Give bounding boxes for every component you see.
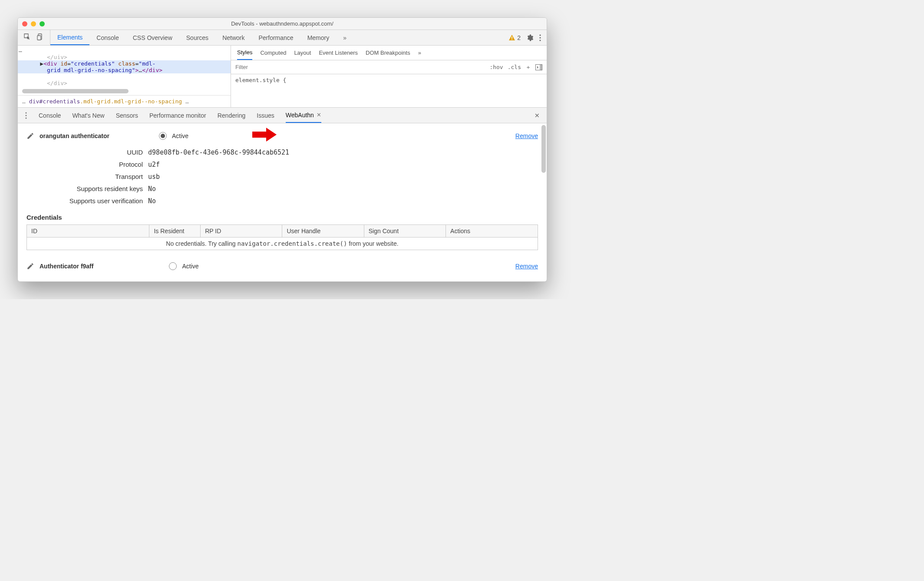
close-tab-icon[interactable]: ✕ (317, 112, 321, 118)
tab-sources[interactable]: Sources (179, 30, 215, 45)
drawer-tab-sensors[interactable]: Sensors (116, 112, 138, 119)
edit-name-icon[interactable] (26, 262, 34, 270)
breadcrumb-left-ellipsis[interactable]: … (22, 98, 26, 105)
drawer-tab-webauthn[interactable]: WebAuthn ✕ (286, 108, 321, 123)
drawer-close-icon[interactable]: ✕ (535, 112, 540, 119)
svg-rect-1 (37, 36, 41, 40)
styles-tab-dom-breakpoints[interactable]: DOM Breakpoints (366, 50, 410, 56)
col-isresident[interactable]: Is Resident (149, 225, 201, 238)
remove-authenticator-link[interactable]: Remove (515, 263, 538, 270)
dom-ellipsis-icon[interactable]: ⋯ (19, 48, 22, 55)
webauthn-panel: orangutan authenticator Active Remove UU… (18, 123, 547, 281)
devtools-window: DevTools - webauthndemo.appspot.com/ Ele… (17, 17, 547, 282)
warnings-badge[interactable]: 2 (508, 34, 521, 41)
srk-value: No (148, 185, 538, 193)
dom-breadcrumb[interactable]: … div#credentials.mdl-grid.mdl-grid--no-… (18, 95, 231, 107)
svg-point-9 (26, 112, 27, 113)
protocol-value: u2f (148, 161, 538, 168)
svg-point-10 (26, 115, 27, 116)
drawer-tab-whatsnew[interactable]: What's New (72, 112, 104, 119)
authenticator-name: orangutan authenticator (40, 132, 109, 139)
remove-authenticator-link[interactable]: Remove (515, 132, 538, 139)
drawer-tab-issues[interactable]: Issues (257, 112, 274, 119)
inspect-icon[interactable] (24, 33, 31, 42)
styles-tab-layout[interactable]: Layout (294, 50, 311, 56)
breadcrumb-right-ellipsis[interactable]: … (185, 98, 189, 105)
dom-hscrollbar[interactable] (22, 89, 129, 93)
drawer-tab-performance-monitor[interactable]: Performance monitor (149, 112, 206, 119)
active-radio[interactable] (169, 262, 177, 270)
edit-name-icon[interactable] (26, 132, 34, 140)
uuid-value: d98e08fb-0efc-43e6-968c-99844cab6521 (148, 149, 538, 156)
device-toggle-icon[interactable] (37, 33, 44, 42)
active-label: Active (182, 263, 198, 270)
svg-point-5 (539, 37, 541, 38)
drawer-tab-rendering[interactable]: Rendering (218, 112, 246, 119)
svg-point-4 (539, 34, 541, 36)
srk-label: Supports resident keys (26, 185, 148, 193)
cls-toggle[interactable]: .cls (508, 64, 521, 70)
drawer-tabs: Console What's New Sensors Performance m… (18, 108, 547, 123)
tab-memory[interactable]: Memory (300, 30, 337, 45)
col-actions[interactable]: Actions (446, 225, 538, 238)
active-label: Active (172, 132, 188, 139)
authenticator-row: orangutan authenticator Active Remove (26, 129, 538, 142)
col-signcount[interactable]: Sign Count (364, 225, 446, 238)
suv-value: No (148, 197, 538, 205)
col-rpid[interactable]: RP ID (201, 225, 282, 238)
styles-tabs-overflow-icon[interactable]: » (418, 50, 421, 56)
styles-filter-input[interactable] (231, 64, 489, 70)
annotation-arrow-icon (252, 126, 277, 143)
svg-point-6 (539, 40, 541, 41)
toggle-sidebar-icon[interactable] (535, 64, 542, 70)
tab-performance[interactable]: Performance (251, 30, 300, 45)
authenticator-fields: UUID d98e08fb-0efc-43e6-968c-99844cab652… (26, 149, 538, 205)
drawer-more-icon[interactable] (25, 112, 27, 119)
tabs-overflow-icon[interactable]: » (336, 30, 353, 45)
authenticator-name: Authenticator f9aff (40, 263, 93, 270)
dom-tree-panel[interactable]: ⋯ </uiv> ▶<div id="credentials" class="m… (18, 46, 231, 107)
transport-value: usb (148, 173, 538, 181)
tab-css-overview[interactable]: CSS Overview (126, 30, 179, 45)
settings-gear-icon[interactable] (526, 34, 534, 42)
tab-console[interactable]: Console (89, 30, 125, 45)
tab-elements[interactable]: Elements (50, 30, 89, 45)
styles-tab-event-listeners[interactable]: Event Listeners (319, 50, 358, 56)
more-icon[interactable] (539, 34, 541, 42)
styles-tab-computed[interactable]: Computed (260, 50, 286, 56)
new-style-rule-icon[interactable]: ＋ (525, 63, 531, 71)
suv-label: Supports user verification (26, 197, 148, 205)
breadcrumb-node[interactable]: div#credentials (29, 98, 80, 105)
table-row: No credentials. Try calling navigator.cr… (27, 238, 538, 250)
styles-tab-styles[interactable]: Styles (237, 46, 252, 60)
styles-rule[interactable]: element.style { (231, 74, 547, 86)
styles-panel: Styles Computed Layout Event Listeners D… (231, 46, 547, 107)
protocol-label: Protocol (26, 161, 148, 168)
credentials-heading: Credentials (26, 214, 538, 221)
svg-rect-8 (540, 65, 542, 70)
uuid-label: UUID (26, 149, 148, 156)
col-userhandle[interactable]: User Handle (282, 225, 364, 238)
drawer-tab-console[interactable]: Console (39, 112, 61, 119)
warnings-count: 2 (517, 34, 521, 41)
hov-toggle[interactable]: :hov (489, 64, 503, 70)
main-toolbar: Elements Console CSS Overview Sources Ne… (18, 30, 547, 46)
credentials-table: ID Is Resident RP ID User Handle Sign Co… (26, 224, 538, 250)
vscrollbar[interactable] (541, 125, 546, 173)
transport-label: Transport (26, 173, 148, 181)
tab-network[interactable]: Network (215, 30, 251, 45)
svg-rect-2 (512, 36, 512, 39)
col-id[interactable]: ID (27, 225, 149, 238)
titlebar: DevTools - webauthndemo.appspot.com/ (18, 18, 547, 30)
active-radio[interactable] (159, 132, 167, 140)
window-title: DevTools - webauthndemo.appspot.com/ (18, 20, 547, 27)
authenticator-row: Authenticator f9aff Active Remove (26, 260, 538, 273)
table-header-row: ID Is Resident RP ID User Handle Sign Co… (27, 225, 538, 238)
svg-point-11 (26, 117, 27, 119)
svg-rect-3 (512, 39, 512, 40)
empty-credentials-message: No credentials. Try calling navigator.cr… (27, 238, 538, 250)
